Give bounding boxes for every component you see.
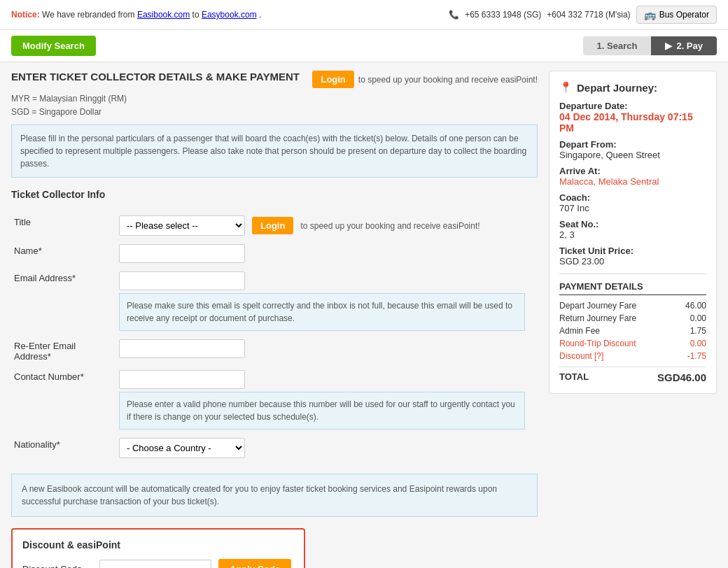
bus-icon: 🚌: [644, 9, 656, 20]
top-bar: Notice: We have rebranded from Easibook.…: [0, 0, 728, 30]
reenter-email-row: Re-Enter Email Address*: [11, 335, 538, 366]
discount-title: Discount & easiPoint: [22, 539, 294, 551]
login-button-form[interactable]: Login: [252, 217, 293, 234]
old-brand-link[interactable]: Easibook.com: [137, 10, 190, 20]
discount-help-link[interactable]: [?]: [594, 351, 603, 361]
bus-operator-button[interactable]: 🚌 Bus Operator: [636, 6, 717, 24]
seat-label: Seat No.:: [559, 219, 706, 229]
payment-value-3: 0.00: [690, 339, 706, 348]
name-input[interactable]: [119, 244, 245, 263]
email-input-cell: Please make sure this email is spelt cor…: [116, 267, 538, 335]
arrive-at-row: Arrive At: Malacca, Melaka Sentral: [559, 166, 706, 187]
payment-label-1: Return Journey Fare: [559, 313, 636, 323]
discount-code-input[interactable]: [99, 560, 211, 568]
bus-operator-label: Bus Operator: [659, 10, 709, 20]
step-1: 1. Search: [583, 36, 652, 55]
payment-row-3: Round-Trip Discount 0.00: [559, 339, 706, 348]
login-desc-top: to speed up your booking and receive eas…: [358, 75, 538, 85]
form-section-title: Ticket Collector Info: [11, 189, 538, 204]
title-select[interactable]: -- Please select -- Mr Mrs Ms Dr: [119, 215, 245, 236]
nationality-input-cell: - Choose a Country -: [116, 434, 538, 462]
contact-input[interactable]: [119, 370, 245, 389]
coach-label: Coach:: [559, 192, 706, 203]
name-row: Name*: [11, 240, 538, 267]
coach-value: 707 Inc: [559, 203, 706, 213]
total-label: TOTAL: [559, 371, 589, 383]
modify-search-button[interactable]: Modify Search: [11, 36, 96, 56]
nationality-label: Nationality*: [11, 434, 116, 462]
ticket-price-value: SGD 23.00: [559, 256, 706, 267]
nationality-select[interactable]: - Choose a Country -: [119, 438, 245, 458]
payment-label-3: Round-Trip Discount: [559, 339, 636, 348]
notice-end: .: [259, 10, 261, 20]
currency-myr: MYR = Malaysian Ringgit (RM): [11, 92, 538, 106]
form-table: Title -- Please select -- Mr Mrs Ms Dr L…: [11, 211, 538, 462]
email-input[interactable]: [119, 271, 245, 290]
reenter-email-label: Re-Enter Email Address*: [11, 335, 116, 366]
seat-value: 2, 3: [559, 229, 706, 240]
title-input-cell: -- Please select -- Mr Mrs Ms Dr Login t…: [116, 211, 538, 240]
notice-text: We have rebranded from: [42, 10, 137, 20]
nationality-row: Nationality* - Choose a Country -: [11, 434, 538, 462]
email-label: Email Address*: [11, 267, 116, 335]
payment-value-2: 1.75: [690, 326, 706, 336]
ticket-price-row: Ticket Unit Price: SGD 23.00: [559, 246, 706, 267]
contact-row: Contact Number* Please enter a valid pho…: [11, 366, 538, 434]
payment-value-1: 0.00: [690, 313, 706, 323]
reenter-email-input[interactable]: [119, 339, 245, 358]
departure-date-value: 04 Dec 2014, Thursday 07:15 PM: [559, 111, 706, 134]
payment-row-4: Discount [?] -1.75: [559, 351, 706, 361]
depart-from-value: Singapore, Queen Street: [559, 150, 706, 160]
name-input-cell: [116, 240, 538, 267]
payment-rows: Depart Journey Fare 46.00 Return Journey…: [559, 301, 706, 361]
name-label: Name*: [11, 240, 116, 267]
main-layout: ENTER TICKET COLLECTOR DETAILS & MAKE PA…: [0, 62, 728, 568]
email-hint: Please make sure this email is spelt cor…: [119, 293, 525, 331]
phone-sg: +65 6333 1948 (SG): [465, 10, 541, 20]
reenter-email-input-cell: [116, 335, 538, 366]
payment-value-4: -1.75: [687, 351, 706, 361]
phone-icon: 📞: [449, 10, 459, 20]
phone-area: 📞 +65 6333 1948 (SG) +604 332 7718 (M'si…: [449, 6, 717, 24]
login-button-top[interactable]: Login: [312, 71, 354, 88]
currency-info: MYR = Malaysian Ringgit (RM) SGD = Singa…: [11, 92, 538, 119]
payment-row-1: Return Journey Fare 0.00: [559, 313, 706, 323]
depart-from-row: Depart From: Singapore, Queen Street: [559, 139, 706, 160]
seat-row: Seat No.: 2, 3: [559, 219, 706, 240]
discount-code-label: Discount Code: [22, 564, 92, 568]
journey-title: 📍 Depart Journey:: [559, 81, 706, 94]
coach-row: Coach: 707 Inc: [559, 192, 706, 213]
depart-from-label: Depart From:: [559, 139, 706, 150]
payment-label-2: Admin Fee: [559, 326, 600, 336]
discount-section: Discount & easiPoint Discount Code Apply…: [11, 528, 305, 568]
payment-value-0: 46.00: [685, 301, 706, 311]
left-content: ENTER TICKET COLLECTOR DETAILS & MAKE PA…: [11, 71, 538, 568]
total-value: SGD46.00: [657, 371, 706, 383]
payment-label-0: Depart Journey Fare: [559, 301, 636, 311]
payment-label-4: Discount [?]: [559, 351, 603, 361]
login-area-top: Login to speed up your booking and recei…: [312, 71, 538, 88]
step-arrow: ▶: [665, 41, 672, 51]
nav-bar: Modify Search 1. Search ▶ 2. Pay: [0, 30, 728, 62]
discount-row: Discount Code Apply Code: [22, 559, 294, 568]
step-2-label: 2. Pay: [676, 41, 703, 51]
notice-label: Notice:: [11, 10, 40, 20]
form-section: Ticket Collector Info Title -- Please se…: [11, 189, 538, 462]
step-1-label: 1. Search: [597, 41, 638, 51]
contact-label: Contact Number*: [11, 366, 116, 434]
info-box: Please fill in the personal particulars …: [11, 125, 538, 178]
new-brand-link[interactable]: Easybook.com: [202, 10, 257, 20]
right-sidebar: 📍 Depart Journey: Departure Date: 04 Dec…: [549, 71, 717, 394]
contact-hint: Please enter a valid phone number becaus…: [119, 392, 525, 429]
login-speed-text: to speed up your booking and receive eas…: [300, 221, 479, 231]
apply-code-button[interactable]: Apply Code: [218, 559, 291, 568]
payment-row-2: Admin Fee 1.75: [559, 326, 706, 336]
sidebar-divider: [559, 274, 706, 274]
departure-date-row: Departure Date: 04 Dec 2014, Thursday 07…: [559, 101, 706, 134]
pin-icon: 📍: [559, 81, 573, 94]
title-row: Title -- Please select -- Mr Mrs Ms Dr L…: [11, 211, 538, 240]
steps-area: 1. Search ▶ 2. Pay: [583, 36, 717, 55]
ticket-price-label: Ticket Unit Price:: [559, 246, 706, 256]
email-row: Email Address* Please make sure this ema…: [11, 267, 538, 335]
payment-row-0: Depart Journey Fare 46.00: [559, 301, 706, 311]
